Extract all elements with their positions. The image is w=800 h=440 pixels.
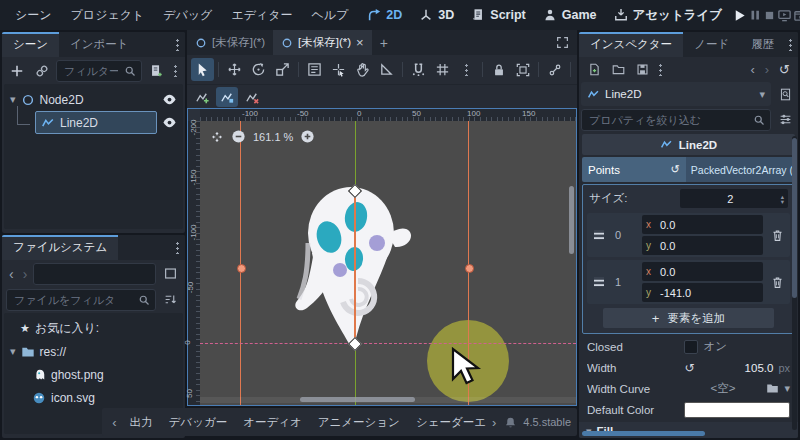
menu-editor[interactable]: エディター [222, 3, 301, 28]
workspace-2d[interactable]: 2D [359, 5, 410, 25]
save-resource-button[interactable] [631, 58, 653, 80]
skeleton-options-button[interactable] [543, 58, 566, 81]
inspector-h-scrollbar-thumb[interactable] [582, 431, 705, 436]
smart-snap-button[interactable] [407, 58, 430, 81]
spinner-arrows-icon[interactable]: ▴▾ [781, 194, 788, 204]
expand-viewport-icon[interactable] [548, 30, 577, 55]
x-value-field[interactable]: x 0.0 [642, 262, 763, 281]
zoom-out-button[interactable] [231, 129, 246, 144]
new-resource-button[interactable] [583, 58, 605, 80]
edited-object-selector[interactable]: Line2D ▾ [581, 82, 771, 106]
tab-history[interactable]: 履歴 [740, 32, 785, 57]
fs-favorites-row[interactable]: ★ お気に入り: [6, 317, 181, 340]
width-value-field[interactable]: 105.0 [745, 362, 774, 374]
fs-file-ghost[interactable]: ghost.png [6, 363, 181, 386]
history-forward-button[interactable]: › [761, 62, 773, 77]
panels-scroll-right[interactable]: › [488, 415, 500, 430]
attach-script-button[interactable] [145, 60, 167, 82]
ruler-horizontal[interactable]: -100 -50 0 50 100 150 [200, 109, 576, 121]
workspace-game[interactable]: Game [535, 5, 605, 25]
measure-tool-button[interactable] [375, 58, 398, 81]
viewport[interactable]: -100 -50 0 50 100 150 -200 -150 -100 -50… [187, 108, 577, 406]
pan-tool-button[interactable] [351, 58, 374, 81]
move-tool-button[interactable] [223, 58, 246, 81]
ruler-vertical[interactable]: -200 -150 -100 -50 0 50 [188, 121, 200, 405]
width-curve-value[interactable]: <空> [684, 381, 761, 396]
panel-animation[interactable]: アニメーション [311, 415, 407, 430]
ruler-guide-left[interactable] [240, 121, 241, 405]
points-property-row[interactable]: Points ↺ PackedVector2Array ( [582, 157, 795, 182]
fs-filter-input[interactable] [12, 293, 134, 307]
closed-checkbox[interactable] [684, 340, 698, 354]
new-tab-button[interactable]: + [372, 30, 396, 55]
grid-snap-button[interactable] [431, 58, 454, 81]
chevron-down-icon[interactable]: ▾ [784, 382, 790, 395]
y-value-field[interactable]: y -141.0 [642, 283, 763, 302]
collapse-icon[interactable]: ▾ [10, 345, 16, 358]
notification-bell-icon[interactable] [504, 416, 517, 429]
guide-handle[interactable] [465, 264, 474, 273]
toggle-split-button[interactable] [159, 263, 181, 285]
open-docs-button[interactable] [774, 83, 796, 105]
group-button[interactable] [511, 58, 534, 81]
tab-scene[interactable]: シーン [2, 32, 59, 57]
scale-tool-button[interactable] [271, 58, 294, 81]
load-resource-button[interactable] [607, 58, 629, 80]
zoom-percentage[interactable]: 161.1 % [253, 131, 293, 143]
play-scene-button[interactable] [793, 4, 800, 26]
property-tools-button[interactable] [774, 109, 796, 131]
x-value-field[interactable]: x 0.0 [642, 215, 763, 234]
panel-audio[interactable]: オーディオ [236, 415, 309, 430]
tree-row-line2d[interactable]: Line2D [6, 111, 181, 134]
collapse-icon[interactable]: ▾ [10, 93, 16, 106]
workspace-3d[interactable]: 3D [411, 5, 462, 25]
version-label[interactable]: 4.5.stable [523, 416, 571, 428]
panel-shader[interactable]: シェーダーエ [409, 415, 486, 430]
scene-dock-menu-icon[interactable] [176, 38, 179, 51]
v-scrollbar-thumb[interactable] [569, 186, 574, 254]
tree-row-node2d[interactable]: ▾ Node2D [6, 88, 181, 111]
scene-tab-2[interactable]: [未保存](*) × [273, 30, 372, 55]
resource-extra-menu-icon[interactable] [659, 63, 662, 76]
panel-output[interactable]: 出力 [123, 415, 160, 430]
close-tab-icon[interactable]: × [356, 35, 364, 50]
drag-handle-icon[interactable] [589, 262, 609, 302]
revert-icon[interactable]: ↺ [684, 361, 694, 375]
path-input[interactable] [39, 267, 150, 281]
property-filter-input[interactable] [587, 113, 749, 127]
delete-item-button[interactable] [766, 262, 788, 302]
revert-icon[interactable]: ↺ [671, 163, 680, 176]
tab-import[interactable]: インポート [59, 32, 140, 57]
nav-forward-button[interactable]: › [20, 266, 31, 282]
panels-scroll-left[interactable]: ‹ [108, 415, 120, 430]
lock-button[interactable] [487, 58, 510, 81]
rotate-tool-button[interactable] [247, 58, 270, 81]
add-node-button[interactable] [6, 60, 28, 82]
add-element-button[interactable]: + 要素を追加 [603, 308, 774, 328]
zoom-in-button[interactable] [300, 129, 315, 144]
menu-project[interactable]: プロジェクト [62, 3, 154, 28]
line2d-segment[interactable] [354, 191, 356, 344]
list-select-button[interactable] [303, 58, 326, 81]
object-history-icon[interactable]: ↺ [775, 62, 794, 77]
add-point-button[interactable] [191, 87, 213, 107]
stop-button[interactable] [763, 4, 776, 26]
scene-extra-menu-icon[interactable] [174, 64, 177, 77]
array-size-spinner[interactable]: 2 ▴▾ [680, 189, 788, 208]
inspector-menu-icon[interactable] [789, 38, 792, 51]
scene-tab-1[interactable]: [未保存](*) [187, 30, 273, 55]
snap-options-menu[interactable] [455, 58, 478, 81]
nav-back-button[interactable]: ‹ [6, 266, 17, 282]
delete-point-button[interactable] [241, 87, 263, 107]
pivot-tool-button[interactable] [327, 58, 350, 81]
menu-debug[interactable]: デバッグ [154, 3, 221, 28]
fs-root-row[interactable]: ▾ res:// [6, 340, 181, 363]
points-label-cell[interactable]: Points ↺ [582, 157, 686, 182]
menu-scene[interactable]: シーン [6, 3, 61, 28]
canvas-2d[interactable]: 161.1 % [200, 121, 576, 405]
workspace-script[interactable]: Script [463, 5, 533, 25]
visibility-eye-icon[interactable] [162, 92, 177, 107]
quick-load-folder-icon[interactable] [766, 382, 779, 395]
tab-node[interactable]: ノード [683, 32, 740, 57]
delete-item-button[interactable] [766, 215, 788, 255]
